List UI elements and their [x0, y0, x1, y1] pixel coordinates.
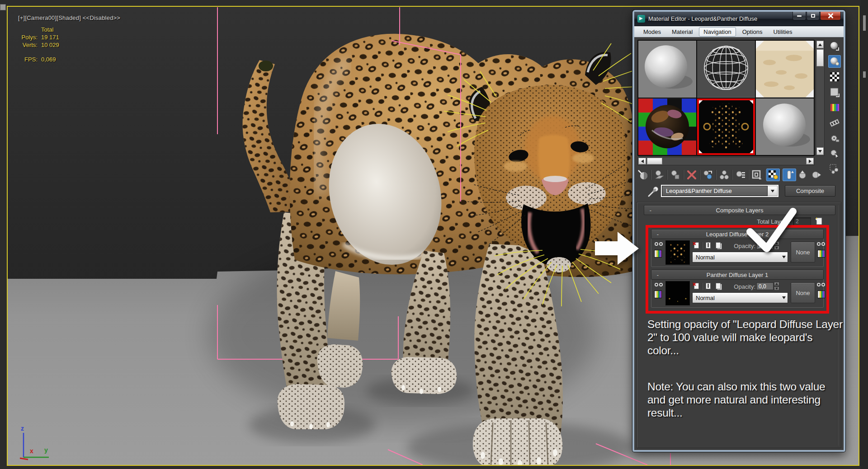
make-preview-button[interactable] [828, 117, 841, 129]
sample-type-button[interactable] [828, 40, 841, 52]
stats-polys-label: Polys: [21, 33, 41, 41]
desktop: z x y [+][Camera00][Shaded] <<Disabled>>… [0, 0, 868, 469]
assign-material-to-selection-button[interactable] [669, 169, 682, 181]
toolbar-separator [781, 170, 782, 180]
sample-uv-tiling-button[interactable] [828, 86, 841, 98]
dropdown-arrow-icon[interactable] [768, 186, 778, 196]
arrow-down-icon [818, 150, 822, 153]
select-by-material-button[interactable] [828, 147, 841, 160]
scroll-thumb[interactable] [816, 49, 824, 66]
stats-verts-value: 10 029 [41, 41, 59, 49]
toolbar-separator [683, 170, 684, 180]
minimize-button[interactable] [793, 12, 806, 20]
stats-verts-label: Verts: [21, 41, 41, 49]
pick-material-from-object-button[interactable] [647, 186, 659, 199]
axis-y-label: y [44, 446, 48, 454]
menu-utilities[interactable]: Utilities [769, 27, 797, 37]
toolbar-separator [699, 170, 700, 180]
minimize-icon [797, 15, 802, 17]
get-material-button[interactable] [636, 169, 650, 181]
material-editor-window: Material Editor - Leopard&Panther Diffus… [632, 10, 845, 452]
slots-vertical-scrollbar[interactable] [816, 40, 825, 156]
axis-z-label: z [21, 425, 24, 432]
arrow-left-icon [641, 159, 644, 163]
put-to-library-button[interactable] [734, 169, 747, 181]
material-editor-body: Leopard&Panther Diffuse Composite - Comp… [634, 38, 844, 450]
sample-slot-sand-map[interactable] [756, 41, 814, 98]
tutorial-annotation-1: Setting opacity of "Leopard Diffuse Laye… [647, 318, 843, 357]
stats-polys-value: 19 171 [41, 33, 59, 41]
viewport-label[interactable]: [+][Camera00][Shaded] <<Disabled>> [18, 14, 120, 21]
tutorial-annotation-2: Note: You can also mix this two value an… [647, 380, 843, 420]
tutorial-highlight-box [646, 225, 829, 314]
material-editor-titlebar[interactable]: Material Editor - Leopard&Panther Diffus… [634, 12, 844, 26]
arrow-up-icon [818, 43, 822, 46]
toolbar-separator [667, 170, 668, 180]
viewport-statistics: Total Polys: 19 171 Verts: 10 029 FPS: 0… [21, 26, 59, 63]
adjacent-panel-strip [860, 0, 868, 469]
material-name-row: Leopard&Panther Diffuse Composite [634, 185, 844, 198]
stats-fps-label: FPS: [21, 56, 41, 63]
collapse-icon[interactable]: - [648, 207, 653, 214]
toolbar-separator [732, 170, 733, 180]
sample-slot-wireframe[interactable] [697, 41, 755, 98]
toolbar-separator [651, 170, 651, 180]
total-layers-field: 2 [793, 217, 811, 225]
sample-tools-column [828, 40, 843, 178]
app-icon [637, 15, 645, 23]
scroll-left-button[interactable] [638, 158, 646, 164]
window-title: Material Editor - Leopard&Panther Diffus… [648, 15, 757, 22]
show-end-result-button[interactable] [783, 169, 796, 181]
menu-options[interactable]: Options [738, 27, 767, 37]
background-button[interactable] [828, 70, 841, 83]
adjacent-panel-mark [863, 71, 866, 78]
close-button[interactable] [820, 12, 841, 20]
axis-x-label: x [30, 447, 33, 455]
slots-horizontal-scrollbar[interactable] [637, 157, 815, 165]
scroll-right-button[interactable] [806, 158, 814, 164]
go-to-parent-button[interactable] [796, 169, 810, 181]
toolbar-separator [748, 170, 749, 180]
make-unique-button[interactable] [717, 169, 731, 181]
adjacent-panel-mark [863, 15, 866, 31]
viewport-layout-handle[interactable] [0, 4, 6, 10]
sample-slot-sphere-1[interactable] [638, 41, 696, 98]
menu-material[interactable]: Material [667, 27, 697, 37]
material-toolbar [636, 168, 842, 182]
menu-navigation[interactable]: Navigation [699, 27, 736, 37]
video-color-check-button[interactable] [828, 101, 841, 114]
scroll-down-button[interactable] [816, 147, 824, 155]
sample-slot-checker-sphere[interactable] [638, 98, 696, 155]
material-id-channel-button[interactable] [750, 169, 764, 181]
total-layers-label: Total Layers: [716, 218, 790, 225]
show-shaded-material-in-viewport-button[interactable] [766, 169, 780, 181]
stats-fps-value: 0,069 [41, 56, 56, 63]
reset-map-button[interactable] [685, 169, 698, 181]
scroll-up-button[interactable] [816, 41, 824, 48]
rollout-title: Composite Layers [716, 207, 764, 214]
sample-slot-leopard-map-selected[interactable] [697, 98, 755, 155]
hscroll-thumb[interactable] [647, 158, 662, 164]
make-material-copy-button[interactable] [701, 169, 715, 181]
sample-slot-grid [637, 40, 815, 156]
maximize-button[interactable] [807, 12, 820, 20]
put-material-to-scene-button[interactable] [652, 169, 666, 181]
menu-modes[interactable]: Modes [639, 27, 665, 37]
close-icon [828, 13, 833, 19]
material-name-dropdown[interactable]: Leopard&Panther Diffuse [661, 185, 778, 197]
go-forward-to-sibling-button[interactable] [810, 169, 823, 181]
stats-header: Total [41, 26, 59, 33]
menubar: Modes Material Navigation Options Utilit… [634, 26, 844, 38]
options-button[interactable] [828, 132, 841, 145]
toolbar-separator [764, 170, 765, 180]
arrow-right-icon [809, 159, 811, 163]
material-name-value: Leopard&Panther Diffuse [662, 186, 768, 196]
sample-slot-sphere-2[interactable] [756, 98, 814, 155]
material-type-button[interactable]: Composite [785, 185, 835, 197]
toolbar-separator [716, 170, 717, 180]
backlight-button[interactable] [828, 55, 841, 68]
composite-layers-rollout-header[interactable]: - Composite Layers [644, 205, 835, 215]
maximize-icon [811, 14, 815, 18]
